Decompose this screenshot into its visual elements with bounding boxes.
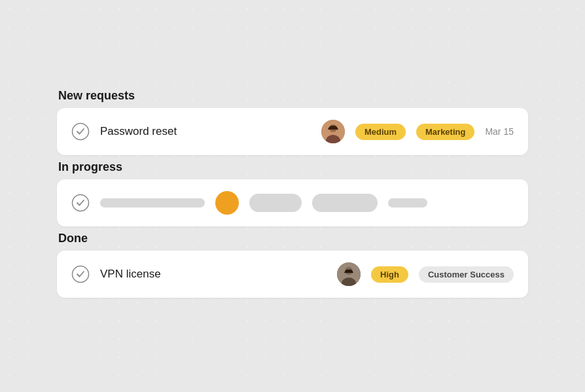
check-icon-in-progress xyxy=(71,194,90,212)
skeleton-date xyxy=(388,198,427,207)
avatar-in-progress xyxy=(215,191,239,215)
check-icon-password-reset xyxy=(71,122,90,141)
badge-priority-password-reset: Medium xyxy=(355,124,406,140)
card-password-reset[interactable]: Password reset Medium Marketing Mar 15 xyxy=(57,108,528,155)
badge-priority-vpn-license: High xyxy=(371,266,408,283)
card-in-progress[interactable] xyxy=(57,179,528,226)
badge-category-password-reset: Marketing xyxy=(416,124,474,140)
main-container: New requests Password reset Medium Marke… xyxy=(57,89,528,303)
avatar-vpn-license xyxy=(337,262,361,286)
skeleton-badge-1 xyxy=(249,194,302,212)
date-password-reset: Mar 15 xyxy=(485,126,514,137)
skeleton-task-name xyxy=(100,198,205,207)
section-title-new-requests: New requests xyxy=(57,89,528,103)
section-new-requests: New requests Password reset Medium Marke… xyxy=(57,89,528,155)
avatar-password-reset xyxy=(321,120,345,143)
section-title-in-progress: In progress xyxy=(57,160,528,174)
svg-point-0 xyxy=(73,124,89,140)
task-name-vpn-license: VPN license xyxy=(100,268,327,281)
card-vpn-license[interactable]: VPN license High Customer Success xyxy=(57,251,528,298)
section-title-done: Done xyxy=(57,232,528,245)
section-in-progress: In progress xyxy=(57,160,528,226)
badge-category-vpn-license: Customer Success xyxy=(419,266,514,283)
svg-point-5 xyxy=(73,266,89,283)
task-name-password-reset: Password reset xyxy=(100,125,311,138)
skeleton-badge-2 xyxy=(312,194,378,212)
svg-point-4 xyxy=(73,195,89,211)
section-done: Done VPN license High Customer Success xyxy=(57,232,528,298)
check-icon-vpn-license xyxy=(71,265,90,283)
